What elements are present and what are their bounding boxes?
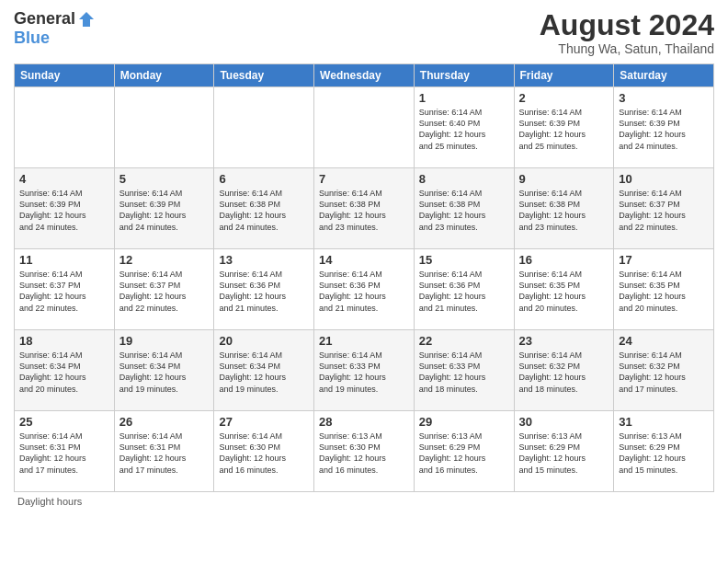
calendar-cell: 7Sunrise: 6:14 AM Sunset: 6:38 PM Daylig… bbox=[314, 168, 415, 249]
calendar-cell: 29Sunrise: 6:13 AM Sunset: 6:29 PM Dayli… bbox=[414, 411, 514, 492]
day-info: Sunrise: 6:14 AM Sunset: 6:37 PM Dayligh… bbox=[119, 269, 210, 314]
day-info: Sunrise: 6:13 AM Sunset: 6:29 PM Dayligh… bbox=[419, 431, 509, 476]
day-number: 16 bbox=[519, 253, 609, 267]
weekday-header-tuesday: Tuesday bbox=[214, 64, 314, 87]
logo: General Blue bbox=[14, 9, 96, 48]
day-number: 7 bbox=[319, 172, 409, 186]
day-number: 3 bbox=[619, 91, 709, 105]
day-number: 13 bbox=[219, 253, 309, 267]
logo-general-text: General bbox=[14, 9, 75, 29]
calendar-cell: 6Sunrise: 6:14 AM Sunset: 6:38 PM Daylig… bbox=[214, 168, 314, 249]
calendar-cell: 26Sunrise: 6:14 AM Sunset: 6:31 PM Dayli… bbox=[114, 411, 214, 492]
day-info: Sunrise: 6:14 AM Sunset: 6:35 PM Dayligh… bbox=[619, 269, 709, 314]
day-number: 6 bbox=[219, 172, 309, 186]
day-info: Sunrise: 6:14 AM Sunset: 6:39 PM Dayligh… bbox=[619, 107, 709, 152]
weekday-header-monday: Monday bbox=[114, 64, 214, 87]
day-number: 28 bbox=[319, 415, 409, 429]
calendar-cell: 25Sunrise: 6:14 AM Sunset: 6:31 PM Dayli… bbox=[15, 411, 115, 492]
day-number: 18 bbox=[19, 334, 109, 348]
calendar-cell: 21Sunrise: 6:14 AM Sunset: 6:33 PM Dayli… bbox=[314, 330, 415, 411]
footer: Daylight hours bbox=[14, 496, 714, 507]
calendar-week-row: 4Sunrise: 6:14 AM Sunset: 6:39 PM Daylig… bbox=[15, 168, 714, 249]
day-info: Sunrise: 6:14 AM Sunset: 6:39 PM Dayligh… bbox=[19, 188, 109, 233]
day-info: Sunrise: 6:14 AM Sunset: 6:38 PM Dayligh… bbox=[419, 188, 509, 233]
day-number: 25 bbox=[19, 415, 109, 429]
calendar-cell: 30Sunrise: 6:13 AM Sunset: 6:29 PM Dayli… bbox=[514, 411, 614, 492]
day-info: Sunrise: 6:14 AM Sunset: 6:36 PM Dayligh… bbox=[219, 269, 309, 314]
calendar-cell: 1Sunrise: 6:14 AM Sunset: 6:40 PM Daylig… bbox=[414, 87, 514, 168]
calendar-cell: 15Sunrise: 6:14 AM Sunset: 6:36 PM Dayli… bbox=[414, 249, 514, 330]
day-info: Sunrise: 6:14 AM Sunset: 6:37 PM Dayligh… bbox=[19, 269, 109, 314]
day-number: 20 bbox=[219, 334, 309, 348]
day-number: 10 bbox=[619, 172, 709, 186]
calendar-table: SundayMondayTuesdayWednesdayThursdayFrid… bbox=[14, 63, 714, 492]
calendar-cell: 16Sunrise: 6:14 AM Sunset: 6:35 PM Dayli… bbox=[514, 249, 614, 330]
month-year: August 2024 bbox=[540, 9, 714, 41]
day-info: Sunrise: 6:14 AM Sunset: 6:36 PM Dayligh… bbox=[319, 269, 409, 314]
calendar-cell: 17Sunrise: 6:14 AM Sunset: 6:35 PM Dayli… bbox=[614, 249, 714, 330]
day-info: Sunrise: 6:14 AM Sunset: 6:32 PM Dayligh… bbox=[619, 350, 709, 395]
calendar-cell bbox=[114, 87, 214, 168]
calendar-cell: 23Sunrise: 6:14 AM Sunset: 6:32 PM Dayli… bbox=[514, 330, 614, 411]
location: Thung Wa, Satun, Thailand bbox=[540, 41, 714, 56]
calendar-cell: 19Sunrise: 6:14 AM Sunset: 6:34 PM Dayli… bbox=[114, 330, 214, 411]
calendar-cell: 27Sunrise: 6:14 AM Sunset: 6:30 PM Dayli… bbox=[214, 411, 314, 492]
day-number: 22 bbox=[419, 334, 509, 348]
day-number: 2 bbox=[519, 91, 609, 105]
weekday-header-sunday: Sunday bbox=[15, 64, 115, 87]
day-info: Sunrise: 6:14 AM Sunset: 6:31 PM Dayligh… bbox=[119, 431, 210, 476]
day-info: Sunrise: 6:14 AM Sunset: 6:30 PM Dayligh… bbox=[219, 431, 309, 476]
day-number: 24 bbox=[619, 334, 709, 348]
weekday-header-saturday: Saturday bbox=[614, 64, 714, 87]
calendar-week-row: 25Sunrise: 6:14 AM Sunset: 6:31 PM Dayli… bbox=[15, 411, 714, 492]
calendar-cell: 3Sunrise: 6:14 AM Sunset: 6:39 PM Daylig… bbox=[614, 87, 714, 168]
day-number: 23 bbox=[519, 334, 609, 348]
day-info: Sunrise: 6:14 AM Sunset: 6:37 PM Dayligh… bbox=[619, 188, 709, 233]
logo-blue-text: Blue bbox=[14, 29, 50, 48]
svg-marker-0 bbox=[79, 12, 94, 27]
page: General Blue August 2024 Thung Wa, Satun… bbox=[0, 0, 728, 563]
day-info: Sunrise: 6:14 AM Sunset: 6:38 PM Dayligh… bbox=[519, 188, 609, 233]
day-number: 27 bbox=[219, 415, 309, 429]
calendar-cell: 11Sunrise: 6:14 AM Sunset: 6:37 PM Dayli… bbox=[15, 249, 115, 330]
calendar-week-row: 11Sunrise: 6:14 AM Sunset: 6:37 PM Dayli… bbox=[15, 249, 714, 330]
day-info: Sunrise: 6:13 AM Sunset: 6:29 PM Dayligh… bbox=[519, 431, 609, 476]
day-number: 31 bbox=[619, 415, 709, 429]
calendar-cell: 18Sunrise: 6:14 AM Sunset: 6:34 PM Dayli… bbox=[15, 330, 115, 411]
day-info: Sunrise: 6:14 AM Sunset: 6:38 PM Dayligh… bbox=[319, 188, 409, 233]
weekday-header-thursday: Thursday bbox=[414, 64, 514, 87]
day-number: 1 bbox=[419, 91, 509, 105]
calendar-cell: 24Sunrise: 6:14 AM Sunset: 6:32 PM Dayli… bbox=[614, 330, 714, 411]
day-info: Sunrise: 6:13 AM Sunset: 6:29 PM Dayligh… bbox=[619, 431, 709, 476]
calendar-cell: 14Sunrise: 6:14 AM Sunset: 6:36 PM Dayli… bbox=[314, 249, 415, 330]
day-info: Sunrise: 6:14 AM Sunset: 6:34 PM Dayligh… bbox=[119, 350, 210, 395]
day-info: Sunrise: 6:14 AM Sunset: 6:40 PM Dayligh… bbox=[419, 107, 509, 152]
day-number: 11 bbox=[19, 253, 109, 267]
day-info: Sunrise: 6:14 AM Sunset: 6:36 PM Dayligh… bbox=[419, 269, 509, 314]
calendar-cell: 12Sunrise: 6:14 AM Sunset: 6:37 PM Dayli… bbox=[114, 249, 214, 330]
calendar-cell bbox=[15, 87, 115, 168]
calendar-week-row: 1Sunrise: 6:14 AM Sunset: 6:40 PM Daylig… bbox=[15, 87, 714, 168]
day-info: Sunrise: 6:14 AM Sunset: 6:34 PM Dayligh… bbox=[219, 350, 309, 395]
calendar-cell: 4Sunrise: 6:14 AM Sunset: 6:39 PM Daylig… bbox=[15, 168, 115, 249]
calendar-cell: 31Sunrise: 6:13 AM Sunset: 6:29 PM Dayli… bbox=[614, 411, 714, 492]
day-info: Sunrise: 6:14 AM Sunset: 6:31 PM Dayligh… bbox=[19, 431, 109, 476]
calendar-cell: 8Sunrise: 6:14 AM Sunset: 6:38 PM Daylig… bbox=[414, 168, 514, 249]
calendar-cell bbox=[214, 87, 314, 168]
calendar-cell: 13Sunrise: 6:14 AM Sunset: 6:36 PM Dayli… bbox=[214, 249, 314, 330]
day-info: Sunrise: 6:14 AM Sunset: 6:32 PM Dayligh… bbox=[519, 350, 609, 395]
day-number: 5 bbox=[119, 172, 210, 186]
calendar-cell: 10Sunrise: 6:14 AM Sunset: 6:37 PM Dayli… bbox=[614, 168, 714, 249]
title-section: August 2024 Thung Wa, Satun, Thailand bbox=[540, 9, 714, 56]
daylight-label: Daylight hours bbox=[17, 496, 82, 507]
day-info: Sunrise: 6:14 AM Sunset: 6:39 PM Dayligh… bbox=[119, 188, 210, 233]
calendar-cell: 28Sunrise: 6:13 AM Sunset: 6:30 PM Dayli… bbox=[314, 411, 415, 492]
day-info: Sunrise: 6:14 AM Sunset: 6:35 PM Dayligh… bbox=[519, 269, 609, 314]
day-number: 9 bbox=[519, 172, 609, 186]
day-number: 17 bbox=[619, 253, 709, 267]
weekday-header-friday: Friday bbox=[514, 64, 614, 87]
weekday-header-row: SundayMondayTuesdayWednesdayThursdayFrid… bbox=[15, 64, 714, 87]
day-info: Sunrise: 6:14 AM Sunset: 6:38 PM Dayligh… bbox=[219, 188, 309, 233]
calendar-cell bbox=[314, 87, 415, 168]
day-number: 30 bbox=[519, 415, 609, 429]
